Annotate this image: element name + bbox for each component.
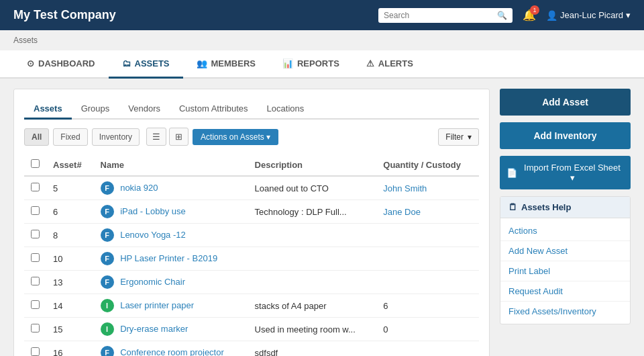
breadcrumb: Assets xyxy=(0,30,644,50)
chevron-down-icon: ▾ xyxy=(626,10,631,20)
filter-bar: All Fixed Inventory ☰ ⊞ Actions on Asset… xyxy=(24,128,479,146)
col-quantity-custody: Quantity / Custody xyxy=(376,154,479,176)
asset-type-badge: F xyxy=(101,181,114,195)
asset-custody: Jane Doe xyxy=(376,200,479,224)
asset-custody: 6 xyxy=(376,294,479,318)
row-checkbox[interactable] xyxy=(31,324,40,332)
asset-name: F Ergonomic Chair xyxy=(94,271,248,294)
add-asset-button[interactable]: Add Asset xyxy=(500,89,631,116)
table-row: 10 F HP Laser Printer - B2019 xyxy=(24,247,479,271)
asset-description: Used in meeting room w... xyxy=(248,318,377,341)
assets-table: Asset# Name Description Quantity / Custo… xyxy=(24,154,479,356)
asset-name-link[interactable]: iPad - Lobby use xyxy=(120,206,186,216)
asset-name-link[interactable]: Ergonomic Chair xyxy=(120,277,185,287)
subtab-vendors[interactable]: Vendors xyxy=(119,99,170,120)
tab-members[interactable]: 👥 MEMBERS xyxy=(183,50,269,79)
list-view-button[interactable]: ☰ xyxy=(146,128,166,146)
add-inventory-button[interactable]: Add Inventory xyxy=(500,122,631,149)
row-checkbox[interactable] xyxy=(31,253,40,262)
filter-left: All Fixed Inventory ☰ ⊞ Actions on Asset… xyxy=(24,128,278,146)
tab-assets[interactable]: 🗂 ASSETS xyxy=(109,50,183,79)
nav-tabs: ⊙ DASHBOARD 🗂 ASSETS 👥 MEMBERS 📊 REPORTS… xyxy=(0,50,644,79)
asset-num: 8 xyxy=(46,224,94,247)
header: My Test Company 🔍 🔔 1 👤 Jean-Luc Picard … xyxy=(0,0,644,30)
help-header: 🗒 Assets Help xyxy=(500,197,630,218)
help-link[interactable]: Fixed Assets/Inventory xyxy=(500,302,630,321)
asset-name: F HP Laser Printer - B2019 xyxy=(94,247,248,271)
table-row: 15 I Dry-erase marker Used in meeting ro… xyxy=(24,318,479,341)
asset-name-link[interactable]: Conference room projector xyxy=(120,347,224,356)
tab-reports[interactable]: 📊 REPORTS xyxy=(269,50,353,79)
asset-description xyxy=(248,271,377,294)
table-row: 6 F iPad - Lobby use Technology : DLP Fu… xyxy=(24,200,479,224)
actions-on-assets-button[interactable]: Actions on Assets ▾ xyxy=(193,129,278,145)
row-checkbox[interactable] xyxy=(31,347,40,356)
dashboard-icon: ⊙ xyxy=(27,58,34,69)
import-icon: 📄 xyxy=(506,168,517,178)
asset-name: F iPad - Lobby use xyxy=(94,200,248,224)
tab-dashboard[interactable]: ⊙ DASHBOARD xyxy=(13,50,109,79)
asset-description: stacks of A4 paper xyxy=(248,294,377,318)
asset-name: F Conference room projector xyxy=(94,341,248,357)
custody-link[interactable]: Jane Doe xyxy=(383,207,421,217)
asset-name: F nokia 920 xyxy=(94,176,248,200)
asset-type-badge: F xyxy=(101,275,114,289)
filter-label: Filter xyxy=(445,132,464,142)
row-checkbox[interactable] xyxy=(31,206,40,215)
help-link[interactable]: Print Label xyxy=(500,261,630,281)
quantity-value: 0 xyxy=(383,324,388,335)
alerts-icon: ⚠ xyxy=(366,58,374,69)
help-links: ActionsAdd New AssetPrint LabelRequest A… xyxy=(500,218,630,324)
subtab-assets[interactable]: Assets xyxy=(24,99,72,120)
asset-type-badge: F xyxy=(101,228,114,242)
filter-right: Filter ▾ xyxy=(438,128,479,146)
help-title: Assets Help xyxy=(521,202,571,212)
asset-num: 13 xyxy=(46,271,94,294)
quantity-value: 6 xyxy=(383,301,388,311)
subtab-locations[interactable]: Locations xyxy=(258,99,314,120)
help-link[interactable]: Actions xyxy=(500,221,630,241)
row-checkbox[interactable] xyxy=(31,300,40,309)
row-checkbox[interactable] xyxy=(31,183,40,191)
filter-fixed-button[interactable]: Fixed xyxy=(53,128,87,146)
row-checkbox[interactable] xyxy=(31,230,40,238)
help-link[interactable]: Request Audit xyxy=(500,281,630,302)
asset-name-link[interactable]: Laser printer paper xyxy=(120,300,194,310)
grid-view-button[interactable]: ⊞ xyxy=(169,128,189,146)
asset-type-badge: I xyxy=(101,322,114,336)
filter-dropdown[interactable]: Filter ▾ xyxy=(438,128,479,146)
asset-num: 10 xyxy=(46,247,94,271)
asset-name-link[interactable]: Dry-erase marker xyxy=(120,324,188,334)
custody-link[interactable]: John Smith xyxy=(383,183,427,193)
row-checkbox[interactable] xyxy=(31,277,40,285)
user-icon: 👤 xyxy=(546,10,557,21)
user-menu[interactable]: 👤 Jean-Luc Picard ▾ xyxy=(546,10,631,21)
filter-inventory-button[interactable]: Inventory xyxy=(92,128,140,146)
asset-name-link[interactable]: Lenovo Yoga -12 xyxy=(120,230,186,240)
asset-custody: John Smith xyxy=(376,176,479,200)
asset-name-link[interactable]: HP Laser Printer - B2019 xyxy=(120,253,217,263)
import-excel-button[interactable]: 📄 Import From Excel Sheet ▾ xyxy=(500,156,631,189)
select-all-checkbox[interactable] xyxy=(31,159,40,168)
asset-type-badge: F xyxy=(101,346,114,356)
asset-num: 6 xyxy=(46,200,94,224)
search-box[interactable]: 🔍 xyxy=(378,8,513,23)
asset-num: 14 xyxy=(46,294,94,318)
help-link[interactable]: Add New Asset xyxy=(500,241,630,261)
asset-name-link[interactable]: nokia 920 xyxy=(120,183,158,193)
search-icon: 🔍 xyxy=(497,11,507,20)
col-name: Name xyxy=(94,154,248,176)
filter-all-button[interactable]: All xyxy=(24,128,49,146)
table-row: 13 F Ergonomic Chair xyxy=(24,271,479,294)
notification-bell[interactable]: 🔔 1 xyxy=(523,9,536,21)
subtab-groups[interactable]: Groups xyxy=(72,99,119,120)
sub-tabs: Assets Groups Vendors Custom Attributes … xyxy=(24,99,479,120)
search-input[interactable] xyxy=(384,11,497,20)
asset-description: sdfsdf xyxy=(248,341,377,357)
asset-type-badge: F xyxy=(101,205,114,218)
filter-chevron-icon: ▾ xyxy=(468,132,472,142)
tab-alerts[interactable]: ⚠ ALERTS xyxy=(353,50,427,79)
asset-name: I Dry-erase marker xyxy=(94,318,248,341)
subtab-custom-attributes[interactable]: Custom Attributes xyxy=(170,99,258,120)
company-title: My Test Company xyxy=(13,8,116,22)
